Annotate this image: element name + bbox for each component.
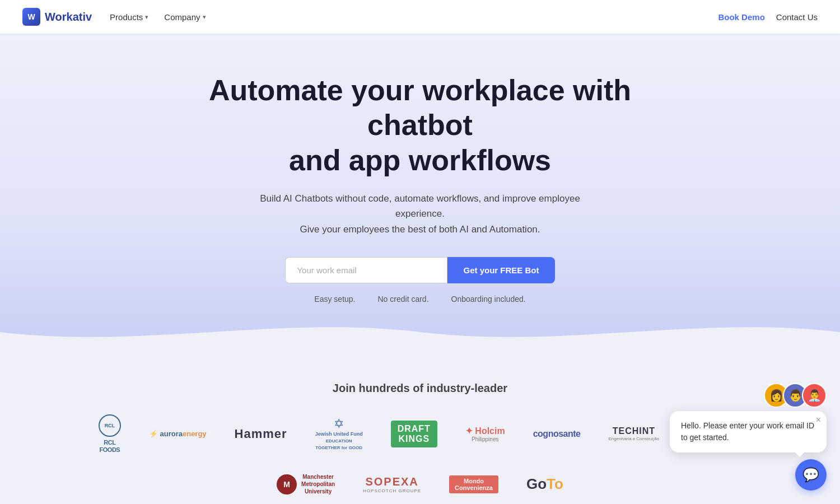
nav-right: Book Demo Contact Us: [718, 12, 818, 22]
contact-us-link[interactable]: Contact Us: [776, 12, 818, 22]
logo-cognosante: cognosante: [533, 417, 581, 451]
logo-techint: TECHINT Engenharia e Construção: [608, 417, 659, 451]
chevron-down-icon: ▾: [145, 13, 148, 21]
hero-section: Automate your workplace with chatbot and…: [0, 34, 840, 348]
logos-grid: RCL RCL FOODS ⚡ auroraenergy Hammer ✡ Je…: [84, 417, 756, 501]
close-icon[interactable]: ×: [816, 416, 821, 424]
logo-mondo-convenienza: MondoConvenienza: [449, 468, 498, 501]
nav-products[interactable]: Products ▾: [110, 12, 148, 22]
hero-heading: Automate your workplace with chatbot and…: [202, 73, 638, 178]
email-input[interactable]: [285, 257, 447, 283]
feature-no-credit-card: No credit card.: [378, 295, 429, 304]
logo-icon: W: [22, 8, 40, 26]
logo-hammer: Hammer: [235, 417, 287, 451]
chevron-down-icon: ▾: [203, 13, 206, 21]
cta-button[interactable]: Get your FREE Bot: [447, 257, 554, 283]
logo-holcim: ✦ Holcim Philippines: [465, 417, 505, 451]
chat-bubble-text: Hello. Please enter your work email ID t…: [681, 420, 815, 444]
chat-open-button[interactable]: 💬: [795, 459, 827, 491]
logo-sopexa: SOPEXA HOPSCOTCH GROUPE: [363, 468, 421, 501]
avatar-group: 👩 👨 👨‍💼: [764, 383, 827, 408]
email-form: Get your FREE Bot: [11, 257, 829, 283]
navbar: W Workativ Products ▾ Company ▾ Book Dem…: [0, 0, 840, 34]
logo-text: Workativ: [45, 11, 92, 24]
chat-icon: 💬: [802, 467, 819, 483]
hero-features: Easy setup. No credit card. Onboarding i…: [11, 295, 829, 304]
logo-manchester-met: M ManchesterMetropolitanUniversity: [277, 468, 335, 501]
logo[interactable]: W Workativ: [22, 8, 92, 26]
chat-bubble: × Hello. Please enter your work email ID…: [670, 411, 827, 452]
hero-description: Build AI Chatbots without code, automate…: [241, 191, 599, 237]
feature-easy-setup: Easy setup.: [314, 295, 355, 304]
logo-goto: GoTo: [526, 468, 563, 501]
nav-links: Products ▾ Company ▾: [110, 12, 206, 22]
logo-aurora-energy: ⚡ auroraenergy: [149, 417, 207, 451]
nav-left: W Workativ Products ▾ Company ▾: [22, 8, 206, 26]
logo-draftkings: DRAFTKINGS: [391, 417, 437, 451]
logo-rcl-foods: RCL RCL FOODS: [99, 417, 121, 451]
book-demo-link[interactable]: Book Demo: [718, 12, 764, 22]
avatar-3: 👨‍💼: [802, 383, 827, 408]
nav-company[interactable]: Company ▾: [164, 12, 206, 22]
logo-jewish-united-fund: ✡ Jewish United FundEDUCATIONTOGETHER fo…: [315, 417, 363, 451]
feature-onboarding: Onboarding included.: [451, 295, 526, 304]
chat-widget: 👩 👨 👨‍💼 × Hello. Please enter your work …: [670, 383, 827, 491]
